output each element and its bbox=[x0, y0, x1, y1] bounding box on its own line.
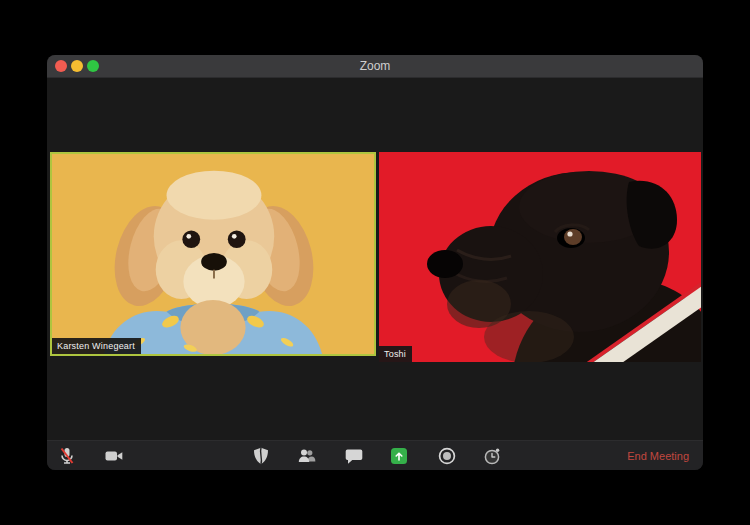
end-meeting-button[interactable]: End Meeting bbox=[627, 441, 689, 470]
close-window-button[interactable] bbox=[55, 60, 67, 72]
video-tile-toshi[interactable]: Toshi bbox=[379, 152, 701, 362]
reactions-timer-icon bbox=[482, 446, 502, 466]
security-shield-icon bbox=[251, 446, 271, 466]
toshi-video-feed bbox=[379, 152, 701, 362]
participants-icon bbox=[297, 446, 317, 466]
security-button[interactable] bbox=[251, 446, 271, 466]
zoom-window: Zoom bbox=[47, 55, 703, 470]
record-button[interactable] bbox=[437, 446, 457, 466]
participants-button[interactable] bbox=[297, 446, 317, 466]
chat-icon bbox=[344, 446, 364, 466]
minimize-window-button[interactable] bbox=[71, 60, 83, 72]
chat-button[interactable] bbox=[344, 446, 364, 466]
record-icon bbox=[437, 446, 457, 466]
desktop-background: Zoom bbox=[0, 0, 750, 525]
share-screen-icon bbox=[391, 448, 407, 464]
fullscreen-window-button[interactable] bbox=[87, 60, 99, 72]
share-screen-button[interactable] bbox=[389, 446, 409, 466]
participant-name-label-toshi: Toshi bbox=[379, 346, 412, 362]
video-camera-icon bbox=[104, 446, 124, 466]
mute-button[interactable] bbox=[57, 446, 77, 466]
microphone-muted-icon bbox=[57, 446, 77, 466]
meeting-toolbar: End Meeting bbox=[47, 440, 703, 470]
window-titlebar[interactable]: Zoom bbox=[47, 55, 703, 78]
video-tile-karsten[interactable]: Karsten Winegeart bbox=[50, 152, 376, 356]
window-title: Zoom bbox=[47, 55, 703, 77]
stop-video-button[interactable] bbox=[104, 446, 124, 466]
traffic-lights bbox=[55, 60, 99, 72]
participant-name-label-karsten: Karsten Winegeart bbox=[52, 338, 141, 354]
reactions-button[interactable] bbox=[482, 446, 502, 466]
karsten-video-feed bbox=[52, 154, 374, 354]
